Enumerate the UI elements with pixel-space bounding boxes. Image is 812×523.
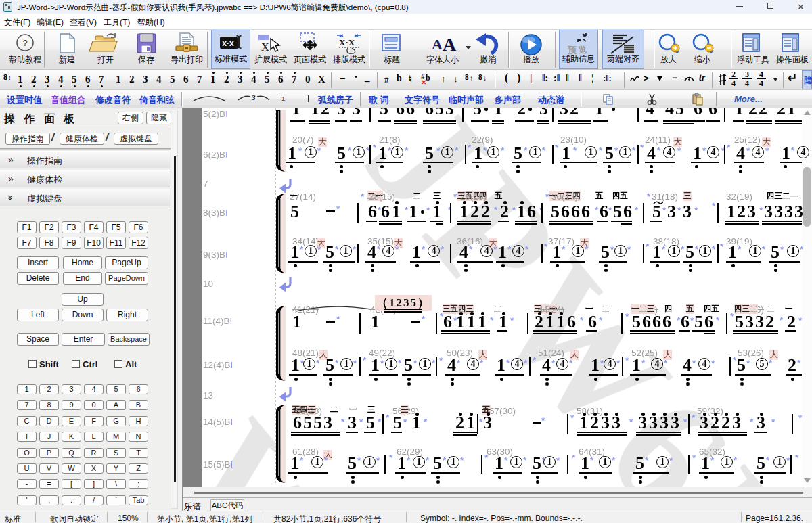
svg-text:?: ? <box>22 38 27 48</box>
svg-text:3: 3 <box>251 93 256 101</box>
svg-text:A: A <box>432 36 443 53</box>
svg-text:x·x: x·x <box>222 39 234 48</box>
svg-text:X: X <box>261 41 269 53</box>
svg-text:X·X: X·X <box>339 37 355 47</box>
svg-text:A: A <box>443 34 457 55</box>
